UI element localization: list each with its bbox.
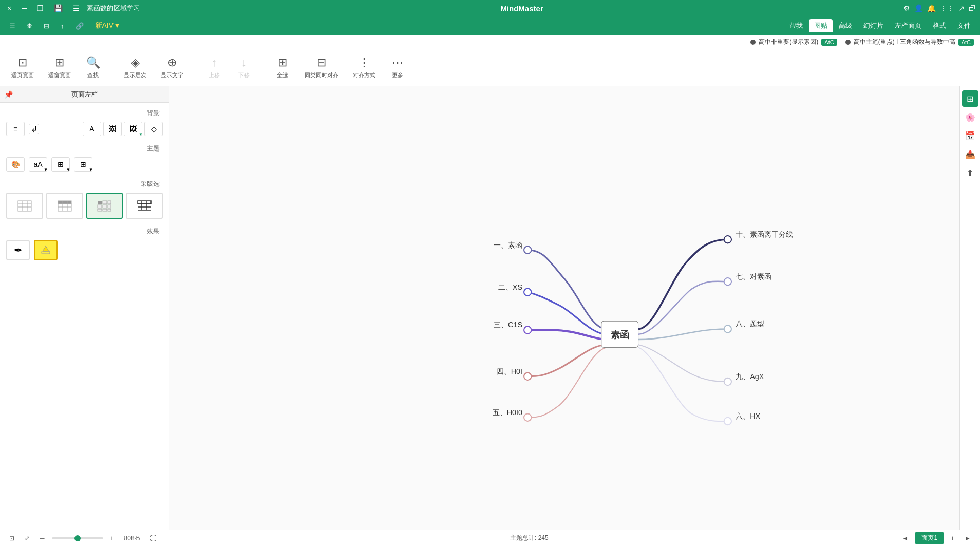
menu-wenjian[interactable]: 帮我	[784, 19, 808, 32]
bg-list-icon[interactable]: ≡	[6, 122, 25, 136]
page-fullscreen-icon[interactable]: ⤢	[22, 534, 33, 543]
background-label: 背景:	[6, 109, 163, 118]
theme-cluster-icon[interactable]: ⊞▼	[51, 157, 70, 172]
fullscreen-btn[interactable]: ⛶	[147, 534, 159, 543]
table-style-1[interactable]	[6, 193, 43, 219]
up-label: 上移	[209, 71, 220, 79]
node-text-L2[interactable]: 二、XS	[498, 283, 522, 291]
toolbar-fit-window[interactable]: ⊞ 适窗宽画	[43, 53, 76, 82]
node-text-R1[interactable]: 十、素函离干分线	[736, 230, 793, 238]
menu-insert[interactable]: 文件	[952, 19, 976, 32]
sidebar-layout-section: 采版选:	[6, 180, 163, 219]
node-circle-L4[interactable]	[524, 373, 531, 380]
node-text-L4[interactable]: 四、H0I	[497, 367, 522, 375]
current-page-tab[interactable]: 面页1	[915, 532, 944, 544]
node-circle-L5[interactable]	[524, 414, 531, 421]
node-circle-R3[interactable]	[724, 325, 731, 332]
nav-next[interactable]: ►	[962, 534, 974, 543]
node-text-L1[interactable]: 一、素函	[494, 241, 522, 249]
window-icon[interactable]: 🗗	[969, 4, 976, 12]
svg-rect-18	[108, 209, 111, 211]
node-circle-L1[interactable]	[524, 247, 531, 254]
theme-grid-icon[interactable]: ⊞▼	[74, 157, 92, 172]
zoom-in-icon[interactable]: +	[107, 534, 117, 543]
menu-cluster[interactable]: ❋	[22, 20, 37, 32]
bg-arrow-icon[interactable]: ↲	[29, 124, 39, 134]
node-circle-R4[interactable]	[724, 378, 731, 385]
node-circle-L2[interactable]	[524, 289, 531, 296]
menu-format2[interactable]: 格式	[928, 19, 951, 32]
menu-share2[interactable]: 🔗	[70, 20, 89, 32]
theme-color-icon[interactable]: 🎨	[6, 157, 25, 172]
indicator-item-2: 高中主笔(重点) I 三角函数与导数中高 AtC	[845, 37, 974, 46]
node-text-L3[interactable]: 三、C1S	[494, 321, 522, 329]
toolbar-up[interactable]: ↑ 上移	[201, 53, 227, 82]
theme-icons: 🎨 aA▼ ⊞▼ ⊞▼	[6, 157, 163, 172]
right-panel-btn-3[interactable]: 📅	[962, 127, 978, 144]
node-circle-R5[interactable]	[724, 418, 731, 425]
effect-pen[interactable]: ✒	[6, 240, 30, 260]
grid-icon[interactable]: ⋮⋮	[940, 4, 954, 12]
menubar-right: 帮我 图贴 高级 幻灯片 左栏面页 格式 文件	[784, 19, 976, 32]
restore-btn[interactable]: ❐	[34, 3, 47, 13]
node-text-L5[interactable]: 五、H0I0	[493, 408, 522, 417]
toolbar-fit-page[interactable]: ⊡ 适页宽画	[6, 53, 39, 82]
toolbar-branch[interactable]: ⊕ 显示文字	[156, 53, 189, 82]
add-page-btn[interactable]: +	[948, 534, 957, 543]
right-panel-btn-2[interactable]: 🌸	[962, 109, 978, 125]
theme-font-icon[interactable]: aA▼	[29, 157, 47, 172]
zoom-percent[interactable]: 808%	[121, 534, 143, 543]
table-style-2[interactable]	[46, 193, 83, 219]
nav-prev[interactable]: ◄	[899, 534, 912, 543]
notification-icon[interactable]: 🔔	[927, 4, 936, 12]
menu-edit[interactable]: 图贴	[809, 19, 833, 32]
node-circle-L3[interactable]	[524, 326, 531, 333]
center-node-text[interactable]: 素函	[611, 329, 629, 340]
sidebar-pin-icon[interactable]: 📌	[4, 90, 13, 99]
share-icon[interactable]: ↗	[958, 4, 965, 12]
bg-image-icon[interactable]: 🖼	[103, 122, 122, 136]
indicator-badge-1[interactable]: AtC	[821, 39, 837, 46]
node-circle-R1[interactable]	[724, 236, 731, 243]
save-icon[interactable]: 💾	[51, 3, 66, 13]
effect-highlight[interactable]	[34, 240, 58, 260]
minimize-btn[interactable]: ─	[18, 3, 30, 13]
close-btn[interactable]: ×	[4, 3, 14, 13]
settings-icon[interactable]: ⚙	[903, 4, 910, 12]
right-panel-btn-1[interactable]: ⊞	[962, 90, 978, 107]
bg-image2-icon[interactable]: 🖼▼	[124, 122, 142, 136]
toolbar-search[interactable]: 🔍 查找	[80, 53, 106, 82]
zoom-slider[interactable]	[52, 537, 103, 539]
all-icon: ⊞	[278, 56, 287, 69]
toolbar-more[interactable]: ⋯ 更多	[385, 53, 410, 82]
zoom-out-icon[interactable]: ─	[37, 534, 48, 543]
menu-collapse[interactable]: ⊟	[39, 20, 54, 32]
toolbar-align[interactable]: ⋮ 对齐方式	[348, 53, 381, 82]
node-text-R3[interactable]: 八、题型	[736, 319, 764, 328]
toolbar-same-type[interactable]: ⊟ 同类同时对齐	[299, 53, 344, 82]
account-icon[interactable]: 👤	[914, 4, 923, 12]
menu-arrow[interactable]: ↑	[55, 20, 69, 32]
menu-advanced[interactable]: 左栏面页	[890, 19, 927, 32]
menu-slide[interactable]: 幻灯片	[858, 19, 889, 32]
svg-rect-11	[103, 201, 107, 204]
node-text-R2[interactable]: 七、对素函	[736, 272, 771, 280]
toolbar-all[interactable]: ⊞ 全选	[270, 53, 295, 82]
menu-format[interactable]: ☰	[4, 20, 21, 32]
indicator-badge-2[interactable]: AtC	[958, 39, 974, 46]
menu-layout[interactable]: 高级	[834, 19, 857, 32]
right-panel-btn-5[interactable]: ⬆	[962, 164, 978, 181]
toolbar-layers[interactable]: ◈ 显示层次	[119, 53, 152, 82]
node-text-R4[interactable]: 九、AgX	[736, 372, 764, 381]
node-circle-R2[interactable]	[724, 278, 731, 285]
right-panel-btn-4[interactable]: 📤	[962, 146, 978, 162]
menu-icon[interactable]: ☰	[70, 3, 83, 13]
table-style-4[interactable]	[126, 193, 163, 219]
page-fit-icon[interactable]: ⊡	[6, 534, 17, 543]
bg-text-icon[interactable]: A	[83, 122, 101, 136]
canvas-area[interactable]: 一、素函 二、XS 三、C1S 四、H0I 五、H0I0	[169, 86, 959, 530]
toolbar-down[interactable]: ↓ 下移	[231, 53, 257, 82]
bg-diamond-icon[interactable]: ◇	[144, 122, 163, 136]
node-text-R5[interactable]: 六、HX	[736, 412, 760, 420]
table-style-3[interactable]	[86, 193, 123, 219]
